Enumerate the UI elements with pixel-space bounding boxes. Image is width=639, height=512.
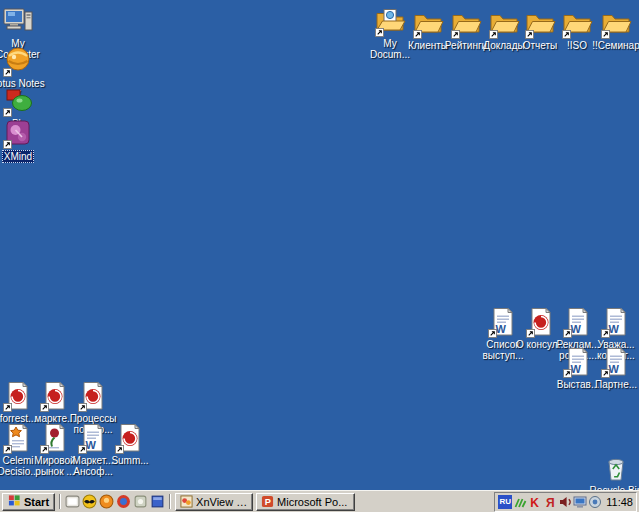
pdf-doc-icon xyxy=(77,380,109,412)
language-indicator[interactable]: RU xyxy=(498,495,512,509)
icon-label: XMind xyxy=(2,150,34,163)
desktop[interactable]: My ComputerLotus Notes 7PlrXMindMy Docum… xyxy=(0,0,639,490)
shortcut-arrow-icon xyxy=(413,30,422,39)
doc-partne[interactable]: WПартне... xyxy=(587,346,639,390)
pale-app-icon[interactable] xyxy=(133,494,148,509)
shortcut-arrow-icon xyxy=(526,329,535,338)
shortcut-arrow-icon xyxy=(601,30,610,39)
task-buttons-area: XnView - [* ...PMicrosoft Po... xyxy=(175,493,355,511)
shortcut-arrow-icon xyxy=(3,68,12,77)
shortcut-arrow-icon xyxy=(525,30,534,39)
shortcut-arrow-icon xyxy=(3,140,12,149)
taskbar-divider xyxy=(169,494,171,509)
volume-icon[interactable] xyxy=(558,495,572,509)
folder-icon xyxy=(600,7,632,39)
svg-text:W: W xyxy=(571,363,582,375)
windows-flag-icon xyxy=(8,494,21,509)
task-button-label: Microsoft Po... xyxy=(277,496,347,508)
folder-seminar[interactable]: !!Семинар xyxy=(587,7,639,51)
shortcut-arrow-icon xyxy=(40,445,49,454)
language-indicator-label: RU xyxy=(498,495,512,509)
round-tray-icon[interactable] xyxy=(588,495,602,509)
display-tray-icon[interactable] xyxy=(573,495,587,509)
shortcut-arrow-icon xyxy=(488,329,497,338)
red-letter-icon[interactable]: Я xyxy=(543,495,557,509)
svg-text:K: K xyxy=(530,496,539,509)
word-doc-icon: W xyxy=(600,306,632,338)
svg-text:W: W xyxy=(496,323,507,335)
green-tray-icon[interactable] xyxy=(513,495,527,509)
shortcut-arrow-icon xyxy=(78,403,87,412)
pdf-summ[interactable]: Summ... xyxy=(101,422,159,466)
svg-text:P: P xyxy=(265,497,271,507)
shortcut-arrow-icon xyxy=(40,403,49,412)
browser-icon[interactable] xyxy=(116,494,131,509)
svg-text:W: W xyxy=(609,323,620,335)
task-powerpoint[interactable]: PMicrosoft Po... xyxy=(256,493,355,511)
shortcut-arrow-icon xyxy=(3,445,12,454)
word-doc-icon: W xyxy=(600,346,632,378)
start-button[interactable]: Start xyxy=(2,493,55,511)
lotus-icon xyxy=(2,45,34,77)
icon-label: !!Семинар xyxy=(591,40,639,51)
icon-label: Summ... xyxy=(110,455,149,466)
blue-window-icon[interactable] xyxy=(150,494,165,509)
taskbar: Start XnView - [* ...PMicrosoft Po... RU… xyxy=(0,490,639,512)
svg-text:Я: Я xyxy=(546,496,555,509)
svg-text:W: W xyxy=(86,439,97,451)
shortcut-arrow-icon xyxy=(375,28,384,37)
shortcut-arrow-icon xyxy=(562,30,571,39)
svg-text:W: W xyxy=(609,363,620,375)
pdf-doc-icon xyxy=(114,422,146,454)
the-bat-icon[interactable] xyxy=(82,494,97,509)
gray-app-icon[interactable] xyxy=(65,494,80,509)
shortcut-arrow-icon xyxy=(78,445,87,454)
shortcut-arrow-icon xyxy=(601,329,610,338)
shortcut-arrow-icon xyxy=(563,369,572,378)
system-tray: RUKЯ 11:48 xyxy=(494,492,637,512)
taskbar-divider xyxy=(59,494,61,509)
quick-launch-bar xyxy=(65,494,165,509)
orange-app-icon[interactable] xyxy=(99,494,114,509)
icon-label: Партне... xyxy=(594,379,638,390)
xnview-icon xyxy=(180,495,193,508)
shortcut-arrow-icon xyxy=(3,403,12,412)
shortcut-arrow-icon xyxy=(563,329,572,338)
xmind-icon xyxy=(2,117,34,149)
windows-desktop-screen: My ComputerLotus Notes 7PlrXMindMy Docum… xyxy=(0,0,639,512)
shortcut-arrow-icon xyxy=(115,445,124,454)
clock[interactable]: 11:48 xyxy=(606,496,633,508)
recycle-bin-icon xyxy=(600,452,632,484)
shortcut-arrow-icon xyxy=(601,369,610,378)
xmind[interactable]: XMind xyxy=(0,117,47,163)
start-label: Start xyxy=(24,496,49,508)
task-button-label: XnView - [* ... xyxy=(196,496,248,508)
plr-icon xyxy=(2,85,34,117)
shortcut-arrow-icon xyxy=(489,30,498,39)
shortcut-arrow-icon xyxy=(451,30,460,39)
shortcut-arrow-icon xyxy=(3,108,12,117)
kaspersky-icon[interactable]: K xyxy=(528,495,542,509)
icon-label: !ISO xyxy=(566,40,588,51)
powerpoint-icon: P xyxy=(261,495,274,508)
task-xnview[interactable]: XnView - [* ... xyxy=(175,493,253,511)
tray-icons: RUKЯ xyxy=(498,495,602,509)
svg-text:W: W xyxy=(571,323,582,335)
computer-icon xyxy=(2,5,34,37)
